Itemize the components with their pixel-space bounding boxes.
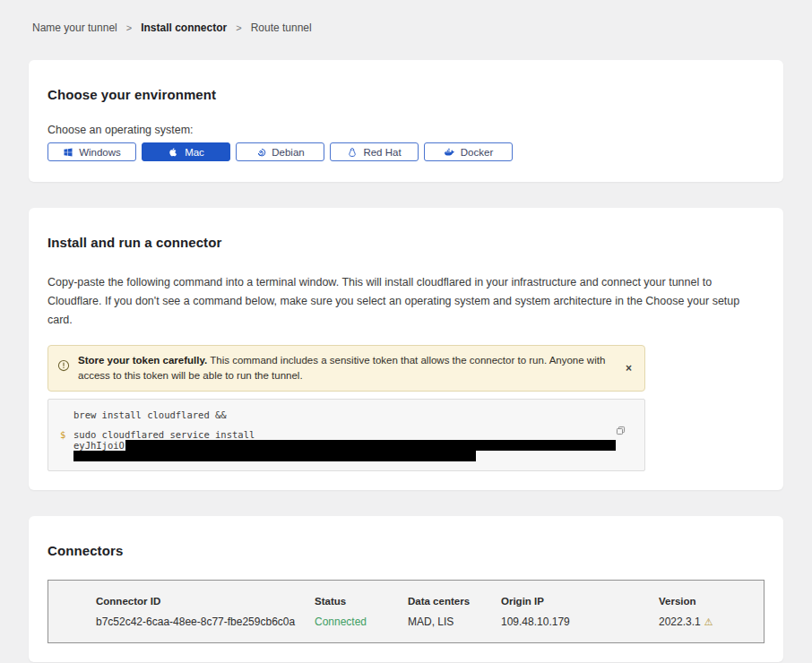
install-card-title: Install and run a connector xyxy=(48,235,764,250)
version-cell: 2022.3.1 ⚠ xyxy=(659,616,764,628)
data-centers-cell: MAD, LIS xyxy=(408,616,501,628)
table-row: b7c52c42-6caa-48ee-8c77-fbe259cb6c0a Con… xyxy=(96,616,764,628)
status-badge: Connected xyxy=(315,616,408,628)
main-content: Choose your environment Choose an operat… xyxy=(0,60,812,663)
code-command-row: $ sudo cloudflared service install eyJhI… xyxy=(60,429,632,461)
os-button-windows[interactable]: Windows xyxy=(48,142,136,161)
environment-card-title: Choose your environment xyxy=(48,87,764,102)
os-button-docker[interactable]: Docker xyxy=(424,142,513,161)
breadcrumb-step-install-connector[interactable]: Install connector xyxy=(141,22,227,34)
column-header-version: Version xyxy=(659,596,764,607)
code-line-token: eyJhIjoiO xyxy=(73,440,632,451)
origin-ip-cell: 109.48.10.179 xyxy=(501,616,659,628)
debian-icon xyxy=(255,147,266,158)
os-button-redhat[interactable]: Red Hat xyxy=(330,142,419,161)
token-warning-title: Store your token carefully. xyxy=(78,355,207,366)
connectors-card-title: Connectors xyxy=(48,543,764,558)
shell-prompt: $ xyxy=(60,429,73,461)
os-button-label: Docker xyxy=(461,147,493,158)
breadcrumb-separator: > xyxy=(236,22,241,33)
os-button-mac[interactable]: Mac xyxy=(142,142,230,161)
os-select-label: Choose an operating system: xyxy=(48,124,764,136)
docker-icon xyxy=(444,146,455,158)
copy-icon[interactable] xyxy=(613,423,628,438)
info-icon xyxy=(57,359,70,372)
column-header-connector-id: Connector ID xyxy=(96,596,315,607)
breadcrumb-step-name-your-tunnel[interactable]: Name your tunnel xyxy=(32,22,117,34)
breadcrumb-step-route-tunnel[interactable]: Route tunnel xyxy=(251,22,312,34)
code-command-content: sudo cloudflared service install eyJhIjo… xyxy=(73,429,632,461)
connector-id-cell: b7c52c42-6caa-48ee-8c77-fbe259cb6c0a xyxy=(96,616,315,628)
os-button-label: Mac xyxy=(185,147,204,158)
os-button-group: Windows Mac Debian xyxy=(48,142,764,163)
table-header-row: Connector ID Status Data centers Origin … xyxy=(96,596,764,607)
token-warning-banner: Store your token carefully. This command… xyxy=(48,345,645,392)
os-button-label: Debian xyxy=(272,147,304,158)
token-prefix: eyJhIjoiO xyxy=(73,440,125,451)
redhat-icon xyxy=(347,147,358,158)
install-description: Copy-paste the following command into a … xyxy=(48,273,764,330)
install-command-codeblock: brew install cloudflared && $ sudo cloud… xyxy=(48,399,645,471)
connectors-table: Connector ID Status Data centers Origin … xyxy=(48,580,764,643)
close-icon[interactable]: × xyxy=(622,359,635,377)
column-header-origin-ip: Origin IP xyxy=(501,596,659,607)
warning-icon: ⚠ xyxy=(704,617,713,627)
breadcrumb: Name your tunnel > Install connector > R… xyxy=(0,0,812,34)
install-connector-card: Install and run a connector Copy-paste t… xyxy=(29,208,783,490)
breadcrumb-separator: > xyxy=(126,22,132,33)
column-header-status: Status xyxy=(315,596,408,607)
column-header-data-centers: Data centers xyxy=(408,596,501,607)
os-button-label: Windows xyxy=(79,147,121,158)
connectors-card: Connectors Connector ID Status Data cent… xyxy=(29,516,783,662)
redacted-token-bar xyxy=(73,451,476,461)
os-button-label: Red Hat xyxy=(363,147,401,158)
token-warning-text: Store your token carefully. This command… xyxy=(78,353,610,383)
windows-icon xyxy=(63,147,73,158)
os-button-debian[interactable]: Debian xyxy=(236,142,324,161)
redacted-token-bar xyxy=(125,440,616,451)
code-line-install: sudo cloudflared service install xyxy=(73,429,632,440)
code-line-brew: brew install cloudflared && xyxy=(73,409,632,420)
choose-environment-card: Choose your environment Choose an operat… xyxy=(29,60,783,182)
page: Name your tunnel > Install connector > R… xyxy=(0,0,812,663)
version-value: 2022.3.1 xyxy=(659,616,701,628)
apple-icon xyxy=(168,146,179,158)
